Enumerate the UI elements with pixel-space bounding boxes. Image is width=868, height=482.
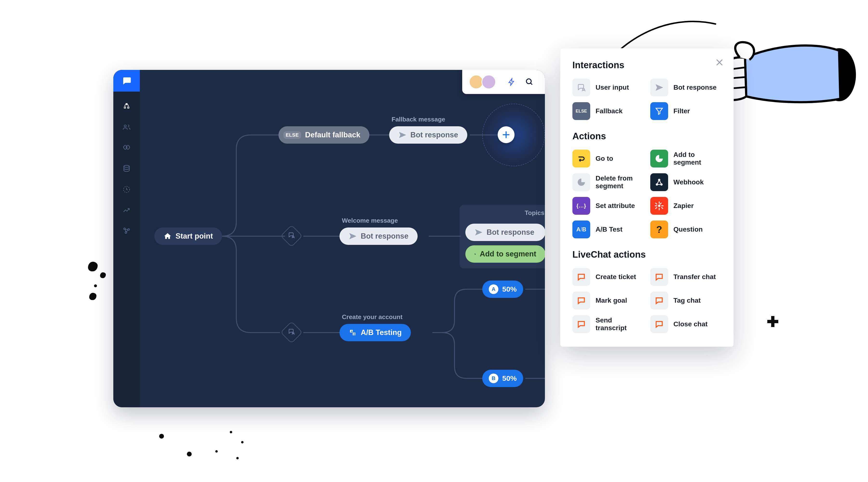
chat-user-icon bbox=[288, 232, 295, 240]
brain-icon bbox=[123, 144, 131, 152]
svg-rect-23 bbox=[655, 207, 657, 209]
node-branch-a[interactable]: A 50% bbox=[482, 281, 523, 298]
branch-letter: A bbox=[489, 284, 498, 294]
tile-user-input[interactable]: User input bbox=[572, 78, 644, 96]
lc-icon bbox=[650, 268, 668, 286]
close-icon bbox=[715, 58, 724, 67]
trend-icon bbox=[123, 206, 131, 214]
node-label: Default fallback bbox=[305, 131, 360, 139]
tile-zapier[interactable]: Zapier bbox=[650, 197, 721, 215]
tile-label: Set attribute bbox=[595, 202, 635, 210]
tile-transfer-chat[interactable]: Transfer chat bbox=[650, 268, 721, 286]
user-input-icon bbox=[572, 78, 590, 96]
flow-canvas[interactable]: Start point Fallback message ELSE Defaul… bbox=[140, 70, 545, 407]
decorative-dot bbox=[230, 431, 232, 433]
tile-close-chat[interactable]: Close chat bbox=[650, 315, 721, 333]
tile-create-ticket[interactable]: Create ticket bbox=[572, 268, 644, 286]
decorative-dot bbox=[94, 284, 97, 287]
plus-icon bbox=[502, 130, 510, 139]
tile-label: Tag chat bbox=[674, 297, 701, 304]
livechat-grid: Create ticket Transfer chat Mark goal Ta… bbox=[572, 268, 721, 333]
branch-letter: B bbox=[489, 374, 498, 383]
home-icon bbox=[163, 232, 172, 240]
node-add-to-segment[interactable]: Add to segment bbox=[465, 245, 545, 263]
node-label: Start point bbox=[176, 232, 213, 240]
tile-label: Go to bbox=[595, 155, 613, 162]
sidebar-item-ai[interactable] bbox=[121, 142, 132, 154]
lc-icon bbox=[572, 268, 590, 286]
svg-rect-21 bbox=[661, 207, 663, 209]
tile-bot-response[interactable]: Bot response bbox=[650, 78, 721, 96]
send-icon bbox=[474, 228, 483, 236]
add-node-button[interactable] bbox=[498, 126, 515, 143]
avatar[interactable] bbox=[469, 75, 484, 89]
else-icon: ELSE bbox=[572, 102, 590, 120]
tile-delete-segment[interactable]: Delete from segment bbox=[572, 173, 644, 191]
sidebar-item-analytics[interactable] bbox=[121, 204, 132, 216]
tile-label: Send transcript bbox=[595, 316, 644, 332]
users-icon bbox=[123, 123, 131, 131]
chat-icon bbox=[122, 76, 132, 86]
decorative-dot bbox=[236, 457, 239, 459]
tile-filter[interactable]: Filter bbox=[650, 102, 721, 120]
interactions-grid: User input Bot response ELSE Fallback Fi… bbox=[572, 78, 721, 120]
node-branch-b[interactable]: B 50% bbox=[482, 370, 523, 387]
send-icon bbox=[650, 78, 668, 96]
node-default-fallback[interactable]: ELSE Default fallback bbox=[278, 126, 369, 143]
decorative-dot bbox=[215, 450, 218, 453]
clock-icon bbox=[123, 185, 131, 194]
tile-add-segment[interactable]: Add to segment bbox=[650, 150, 721, 167]
tile-webhook[interactable]: Webhook bbox=[650, 173, 721, 191]
tile-set-attribute[interactable]: {...} Set attribute bbox=[572, 197, 644, 215]
tile-mark-goal[interactable]: Mark goal bbox=[572, 292, 644, 310]
node-bot-response-topics[interactable]: Bot response bbox=[465, 224, 545, 241]
node-label: A/B Testing bbox=[361, 328, 402, 337]
tile-label: Delete from segment bbox=[595, 174, 644, 190]
sidebar-item-flows[interactable] bbox=[121, 101, 132, 112]
avatar[interactable] bbox=[482, 75, 496, 89]
sidebar-item-users[interactable] bbox=[121, 122, 132, 133]
tile-send-transcript[interactable]: Send transcript bbox=[572, 315, 644, 333]
section-title: Actions bbox=[572, 131, 721, 141]
decorative-plus: ✚ bbox=[767, 313, 779, 330]
svg-text:B: B bbox=[353, 332, 355, 335]
node-start[interactable]: Start point bbox=[154, 227, 222, 245]
lightning-button[interactable] bbox=[505, 75, 518, 89]
svg-rect-19 bbox=[661, 205, 663, 206]
tile-label: Transfer chat bbox=[674, 273, 716, 281]
label-fallback: Fallback message bbox=[392, 116, 445, 123]
tile-goto[interactable]: Go to bbox=[572, 150, 644, 167]
nodes-icon bbox=[123, 227, 131, 235]
segment-icon bbox=[650, 150, 668, 167]
sidebar bbox=[113, 70, 140, 407]
svg-point-3 bbox=[124, 228, 125, 230]
topics-group[interactable]: Topics Bot response Add to segment bbox=[460, 205, 545, 268]
sidebar-item-data[interactable] bbox=[121, 163, 132, 174]
zapier-icon bbox=[650, 197, 668, 215]
node-bot-response-welcome[interactable]: Bot response bbox=[340, 227, 417, 245]
database-icon bbox=[123, 165, 131, 173]
brand-mark[interactable] bbox=[113, 70, 140, 92]
label-topics: Topics bbox=[525, 209, 545, 217]
send-icon bbox=[349, 232, 357, 240]
tile-label: Question bbox=[674, 226, 703, 233]
tile-tag-chat[interactable]: Tag chat bbox=[650, 292, 721, 310]
tile-fallback[interactable]: ELSE Fallback bbox=[572, 102, 644, 120]
sidebar-item-history[interactable] bbox=[121, 184, 132, 195]
branch-percent: 50% bbox=[502, 285, 517, 293]
svg-rect-22 bbox=[659, 202, 661, 204]
node-ab-testing[interactable]: AB A/B Testing bbox=[340, 324, 411, 341]
lc-icon bbox=[572, 315, 590, 333]
close-button[interactable] bbox=[715, 58, 724, 68]
label-welcome: Welcome message bbox=[342, 217, 398, 224]
search-icon bbox=[525, 78, 534, 86]
node-label: Bot response bbox=[487, 228, 534, 237]
topbar bbox=[462, 70, 545, 94]
tile-label: Mark goal bbox=[595, 297, 627, 304]
search-button[interactable] bbox=[523, 75, 536, 89]
tile-ab-test[interactable]: A/B A/B Test bbox=[572, 221, 644, 238]
node-bot-response-fallback[interactable]: Bot response bbox=[389, 126, 467, 143]
tile-question[interactable]: ? Question bbox=[650, 221, 721, 238]
sidebar-item-integrations[interactable] bbox=[121, 225, 132, 237]
webhook-icon bbox=[650, 173, 668, 191]
